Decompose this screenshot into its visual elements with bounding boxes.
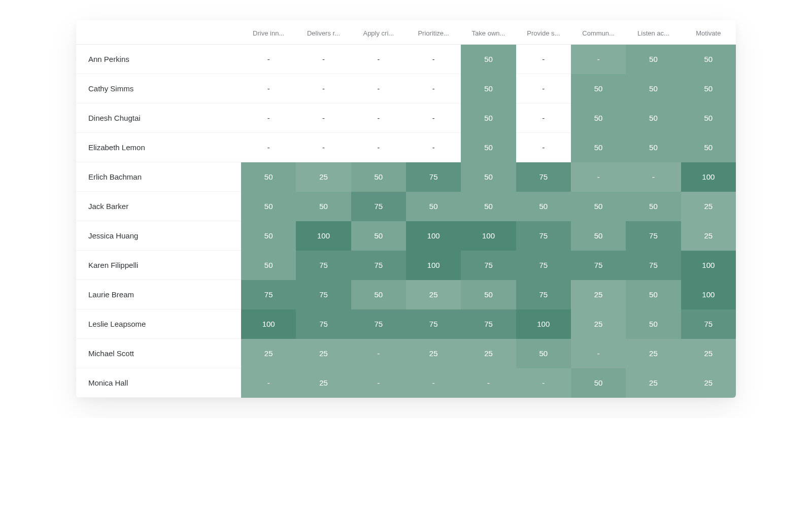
person-name[interactable]: Cathy Simms xyxy=(76,74,241,103)
heatmap-cell[interactable]: 100 xyxy=(681,280,736,309)
heatmap-cell[interactable]: 75 xyxy=(351,251,406,280)
heatmap-cell[interactable]: - xyxy=(516,74,571,103)
heatmap-cell[interactable]: 25 xyxy=(296,368,351,398)
heatmap-cell[interactable]: 50 xyxy=(571,192,626,221)
heatmap-cell[interactable]: 50 xyxy=(626,45,681,74)
person-name[interactable]: Monica Hall xyxy=(76,368,241,398)
heatmap-cell[interactable]: 100 xyxy=(681,251,736,280)
heatmap-cell[interactable]: 50 xyxy=(571,103,626,133)
heatmap-cell[interactable]: 25 xyxy=(296,339,351,368)
heatmap-cell[interactable]: 50 xyxy=(461,162,516,192)
heatmap-cell[interactable]: - xyxy=(241,103,296,133)
heatmap-cell[interactable]: - xyxy=(516,368,571,398)
heatmap-cell[interactable]: 25 xyxy=(681,192,736,221)
heatmap-cell[interactable]: - xyxy=(351,103,406,133)
person-name[interactable]: Michael Scott xyxy=(76,339,241,368)
heatmap-cell[interactable]: 75 xyxy=(516,251,571,280)
column-header[interactable]: Prioritize... xyxy=(406,20,461,45)
heatmap-cell[interactable]: - xyxy=(241,45,296,74)
heatmap-cell[interactable]: 75 xyxy=(626,221,681,251)
person-name[interactable]: Jessica Huang xyxy=(76,221,241,251)
heatmap-cell[interactable]: 50 xyxy=(626,133,681,162)
heatmap-cell[interactable]: 50 xyxy=(296,192,351,221)
heatmap-cell[interactable]: 50 xyxy=(461,74,516,103)
person-name[interactable]: Leslie Leapsome xyxy=(76,309,241,339)
heatmap-cell[interactable]: 50 xyxy=(241,162,296,192)
heatmap-cell[interactable]: 50 xyxy=(406,192,461,221)
heatmap-cell[interactable]: 50 xyxy=(461,45,516,74)
heatmap-cell[interactable]: - xyxy=(516,45,571,74)
heatmap-cell[interactable]: 75 xyxy=(296,280,351,309)
heatmap-cell[interactable]: 25 xyxy=(241,339,296,368)
heatmap-cell[interactable]: - xyxy=(351,368,406,398)
heatmap-cell[interactable]: - xyxy=(571,162,626,192)
heatmap-cell[interactable]: - xyxy=(406,103,461,133)
heatmap-cell[interactable]: 75 xyxy=(626,251,681,280)
heatmap-cell[interactable]: - xyxy=(351,74,406,103)
heatmap-cell[interactable]: 50 xyxy=(626,280,681,309)
heatmap-cell[interactable]: 25 xyxy=(681,221,736,251)
heatmap-cell[interactable]: 100 xyxy=(296,221,351,251)
heatmap-cell[interactable]: - xyxy=(571,339,626,368)
heatmap-cell[interactable]: 75 xyxy=(296,309,351,339)
heatmap-cell[interactable]: 25 xyxy=(406,339,461,368)
heatmap-cell[interactable]: - xyxy=(296,103,351,133)
heatmap-cell[interactable]: 75 xyxy=(406,309,461,339)
heatmap-cell[interactable]: - xyxy=(516,103,571,133)
heatmap-cell[interactable]: 50 xyxy=(461,103,516,133)
heatmap-cell[interactable]: 75 xyxy=(516,162,571,192)
person-name[interactable]: Dinesh Chugtai xyxy=(76,103,241,133)
heatmap-cell[interactable]: 25 xyxy=(406,280,461,309)
heatmap-cell[interactable]: 25 xyxy=(626,339,681,368)
heatmap-cell[interactable]: - xyxy=(626,162,681,192)
heatmap-cell[interactable]: - xyxy=(241,74,296,103)
column-header[interactable]: Delivers r... xyxy=(296,20,351,45)
heatmap-cell[interactable]: 50 xyxy=(626,309,681,339)
heatmap-cell[interactable]: - xyxy=(296,133,351,162)
person-name[interactable]: Erlich Bachman xyxy=(76,162,241,192)
heatmap-cell[interactable]: 50 xyxy=(461,133,516,162)
heatmap-cell[interactable]: 50 xyxy=(351,221,406,251)
heatmap-cell[interactable]: 100 xyxy=(406,251,461,280)
heatmap-cell[interactable]: - xyxy=(406,74,461,103)
heatmap-cell[interactable]: 100 xyxy=(406,221,461,251)
heatmap-cell[interactable]: 100 xyxy=(516,309,571,339)
heatmap-cell[interactable]: 75 xyxy=(351,192,406,221)
heatmap-cell[interactable]: 75 xyxy=(516,221,571,251)
heatmap-cell[interactable]: 50 xyxy=(681,103,736,133)
heatmap-cell[interactable]: 25 xyxy=(681,339,736,368)
column-header[interactable]: Take own... xyxy=(461,20,516,45)
column-header[interactable]: Motivate xyxy=(681,20,736,45)
heatmap-cell[interactable]: - xyxy=(241,368,296,398)
heatmap-cell[interactable]: - xyxy=(406,45,461,74)
heatmap-cell[interactable]: 25 xyxy=(571,280,626,309)
heatmap-cell[interactable]: 75 xyxy=(681,309,736,339)
heatmap-cell[interactable]: 50 xyxy=(461,280,516,309)
heatmap-cell[interactable]: 50 xyxy=(626,103,681,133)
heatmap-cell[interactable]: - xyxy=(241,133,296,162)
heatmap-cell[interactable]: - xyxy=(516,133,571,162)
heatmap-cell[interactable]: 100 xyxy=(461,221,516,251)
heatmap-cell[interactable]: 75 xyxy=(241,280,296,309)
heatmap-cell[interactable]: 50 xyxy=(681,74,736,103)
heatmap-cell[interactable]: 50 xyxy=(461,192,516,221)
heatmap-cell[interactable]: 50 xyxy=(241,192,296,221)
heatmap-cell[interactable]: 50 xyxy=(571,133,626,162)
person-name[interactable]: Karen Filippelli xyxy=(76,251,241,280)
heatmap-cell[interactable]: 50 xyxy=(571,221,626,251)
heatmap-cell[interactable]: - xyxy=(406,133,461,162)
heatmap-cell[interactable]: - xyxy=(296,74,351,103)
heatmap-cell[interactable]: 75 xyxy=(296,251,351,280)
column-header[interactable]: Listen ac... xyxy=(626,20,681,45)
heatmap-cell[interactable]: 50 xyxy=(516,339,571,368)
heatmap-cell[interactable]: 50 xyxy=(241,221,296,251)
heatmap-cell[interactable]: 25 xyxy=(681,368,736,398)
heatmap-cell[interactable]: 50 xyxy=(571,74,626,103)
heatmap-cell[interactable]: 50 xyxy=(351,280,406,309)
heatmap-cell[interactable]: 100 xyxy=(241,309,296,339)
heatmap-cell[interactable]: 75 xyxy=(406,162,461,192)
heatmap-cell[interactable]: - xyxy=(571,45,626,74)
heatmap-cell[interactable]: - xyxy=(351,45,406,74)
heatmap-cell[interactable]: - xyxy=(351,133,406,162)
heatmap-cell[interactable]: - xyxy=(351,339,406,368)
